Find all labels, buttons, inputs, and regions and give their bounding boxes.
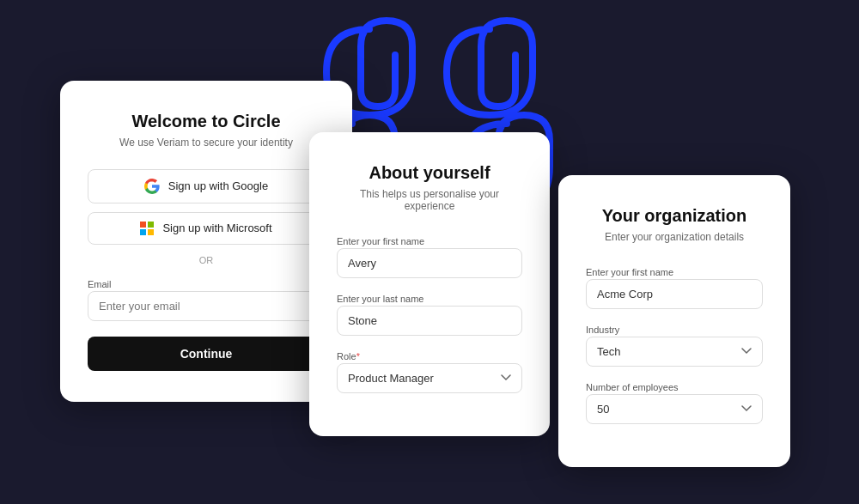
welcome-card: Welcome to Circle We use Veriam to secur… bbox=[60, 81, 352, 402]
microsoft-icon bbox=[140, 222, 154, 235]
org-name-label: Enter your first name bbox=[586, 267, 673, 277]
about-subtitle: This helps us personalise your experienc… bbox=[337, 188, 522, 212]
industry-field-group: Industry Tech Finance Healthcare Educati… bbox=[586, 321, 763, 379]
google-btn-label: Sign up with Google bbox=[168, 179, 268, 192]
last-name-input[interactable] bbox=[337, 306, 522, 336]
last-name-field-group: Enter your last name bbox=[337, 290, 522, 348]
industry-label: Industry bbox=[586, 325, 619, 335]
google-signup-button[interactable]: Sign up with Google bbox=[88, 169, 325, 203]
employees-label: Number of employees bbox=[586, 382, 679, 392]
welcome-subtitle: We use Veriam to secure your identity bbox=[88, 137, 325, 149]
google-icon bbox=[144, 179, 160, 194]
first-name-input[interactable] bbox=[337, 248, 522, 278]
role-select[interactable]: Product Manager Engineer Designer Market… bbox=[337, 363, 522, 393]
email-label: Email bbox=[88, 279, 112, 289]
welcome-title: Welcome to Circle bbox=[88, 112, 325, 131]
continue-button[interactable]: Continue bbox=[88, 337, 325, 371]
org-name-input[interactable] bbox=[586, 279, 763, 309]
about-title: About yourself bbox=[337, 163, 522, 183]
microsoft-signup-button[interactable]: Sign up with Microsoft bbox=[88, 212, 325, 245]
org-name-field-group: Enter your first name bbox=[586, 264, 763, 321]
microsoft-btn-label: Sign up with Microsoft bbox=[162, 222, 271, 234]
or-divider: OR bbox=[88, 255, 325, 265]
first-name-field-group: Enter your first name bbox=[337, 233, 522, 290]
organization-card: Your organization Enter your organizatio… bbox=[558, 175, 790, 467]
email-field-group: Email bbox=[88, 276, 325, 333]
about-yourself-card: About yourself This helps us personalise… bbox=[309, 132, 550, 436]
org-subtitle: Enter your organization details bbox=[586, 231, 763, 243]
role-field-group: Role* Product Manager Engineer Designer … bbox=[337, 348, 522, 405]
last-name-label: Enter your last name bbox=[337, 294, 424, 304]
role-label: Role* bbox=[337, 351, 360, 361]
employees-field-group: Number of employees 50 1-10 11-50 51-200… bbox=[586, 379, 763, 436]
scene: Welcome to Circle We use Veriam to secur… bbox=[43, 29, 816, 476]
email-input[interactable] bbox=[88, 291, 325, 321]
first-name-label: Enter your first name bbox=[337, 236, 424, 246]
employees-select[interactable]: 50 1-10 11-50 51-200 200+ bbox=[586, 394, 763, 424]
org-title: Your organization bbox=[586, 206, 763, 226]
industry-select[interactable]: Tech Finance Healthcare Education bbox=[586, 337, 763, 367]
